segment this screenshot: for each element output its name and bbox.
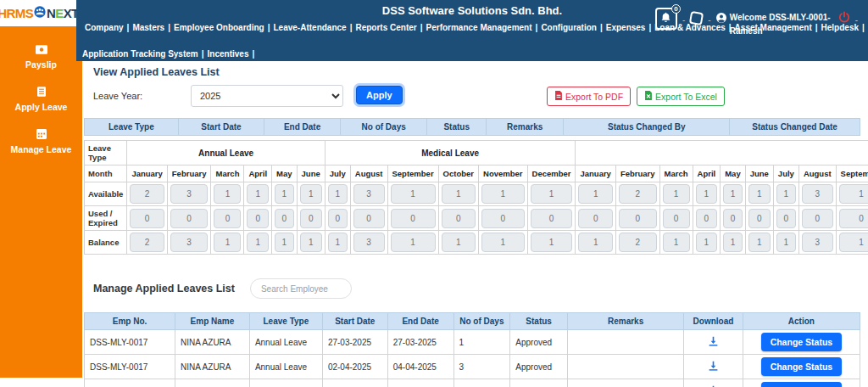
sidebar-item-apply-leave[interactable]: Apply Leave [0, 85, 82, 114]
balance-cell: 1 [693, 231, 721, 255]
balance-value: 1 [300, 184, 322, 204]
download-arrow-icon[interactable] [708, 336, 719, 349]
balance-cell: 1 [721, 231, 745, 255]
dropdown-dash: - [708, 15, 710, 25]
payslip-icon [0, 42, 82, 53]
balance-value: 1 [391, 233, 436, 252]
balance-month-cell: March [659, 165, 693, 182]
balance-group-annual-leave: Annual Leave [127, 141, 325, 165]
balance-month-cell: November [479, 165, 527, 182]
box-icon[interactable] [689, 11, 704, 25]
balance-cell: 0 [167, 206, 211, 231]
manage-header-row: Emp No.Emp NameLeave TypeStart DateEnd D… [85, 313, 860, 330]
nav-item-leave-attendance[interactable]: Leave-Attendance [274, 23, 347, 32]
balance-value: 1 [696, 184, 718, 204]
balance-row-available: Available 2 3 1 1 1 1 1 3 1 1 1 1 1 2 1 … [85, 182, 868, 206]
manage-header-end-date: End Date [387, 313, 453, 330]
balance-cell: 1 [325, 231, 350, 255]
cell-download [684, 379, 743, 387]
balance-month-cell: October [438, 165, 478, 182]
cell-action: Change Status [743, 330, 860, 355]
notifications-button[interactable]: 0 [655, 8, 677, 30]
leave-year-select[interactable]: 2025 [191, 85, 343, 107]
cell-start-date: 27-03-2025 [322, 330, 387, 355]
manage-header-action: Action [743, 313, 860, 330]
dropdown-dash: - [682, 15, 685, 25]
balance-cell: 0 [659, 206, 693, 231]
balance-cell: 1 [297, 231, 325, 255]
balance-value: 0 [578, 209, 612, 228]
manage-header-emp-no-: Emp No. [85, 313, 175, 330]
manage-title: Manage Applied Leaves List [93, 283, 235, 294]
balance-cell: 1 [438, 231, 478, 255]
balance-value: 1 [531, 233, 573, 252]
balance-cell: 0 [127, 206, 167, 231]
nav-item-incentives[interactable]: Incentives [208, 49, 249, 59]
balance-cell: 1 [693, 182, 721, 206]
sidebar-item-manage-leave[interactable]: Manage Leave [0, 127, 82, 156]
header-cell-remarks: Remarks [486, 119, 564, 136]
balance-cell: 1 [211, 182, 244, 206]
balance-cell: 3 [350, 231, 387, 255]
balance-row-label: Available [85, 182, 127, 206]
balance-month-cell: March [211, 165, 244, 182]
nav-item-company[interactable]: Company [85, 23, 124, 32]
nav-item-masters[interactable]: Masters [132, 23, 164, 32]
page-title: View Applied Leaves List [93, 66, 868, 78]
cell-emp-no: DSS-MLY-0017 [85, 379, 175, 387]
apply-button[interactable]: Apply [356, 86, 403, 104]
nav-separator: | [536, 23, 538, 32]
download-arrow-icon[interactable] [708, 361, 719, 373]
nav-item-reports-center[interactable]: Reports Center [355, 23, 416, 32]
sidebar-item-label: Apply Leave [15, 102, 68, 112]
balance-value: 1 [481, 184, 524, 204]
change-status-button[interactable]: Change Status [761, 382, 843, 387]
export-pdf-button[interactable]: Export To PDF [547, 87, 631, 106]
nav-separator: | [202, 49, 204, 59]
profile-menu[interactable]: Welcome DSS-MLY-0001-Ramesh [716, 11, 833, 37]
balance-cell: 0 [527, 206, 576, 231]
balance-cell: 1 [576, 182, 615, 206]
balance-cell: 3 [167, 231, 211, 255]
top-header: DSS Software Solutions Sdn. Bhd. Company… [76, 0, 868, 61]
balance-cell: 2 [615, 182, 659, 206]
balance-value: 0 [170, 209, 209, 228]
balance-cell: 0 [211, 206, 244, 231]
change-status-button[interactable]: Change Status [761, 333, 843, 351]
search-employee-input[interactable] [250, 278, 352, 299]
nav-separator: | [252, 49, 254, 59]
cell-end-date: 27-03-2025 [387, 330, 453, 355]
balance-value: 0 [328, 209, 348, 228]
sidebar-item-payslip[interactable]: Payslip [0, 42, 82, 71]
balance-value: 0 [696, 209, 718, 228]
manage-header-download: Download [684, 313, 743, 330]
nav-item-expenses[interactable]: Expenses [606, 23, 646, 32]
cell-status: Approved [510, 379, 568, 387]
nav-item-employee-onboarding[interactable]: Employee Onboarding [174, 23, 264, 32]
export-excel-button[interactable]: Export To Excel [637, 87, 725, 106]
nav-item-configuration[interactable]: Configuration [541, 23, 597, 32]
balance-value: 1 [442, 233, 476, 252]
balance-value: 1 [839, 184, 868, 204]
cell-download [684, 355, 743, 379]
applied-leaves-header-table: Leave TypeStart DateEnd DateNo of DaysSt… [84, 118, 860, 136]
balance-group-medical-leave: Medical Leave [325, 141, 576, 165]
balance-cell: 1 [745, 182, 773, 206]
balance-cell: 1 [387, 231, 438, 255]
manage-header: Manage Applied Leaves List [93, 278, 868, 299]
nav-item-performance-management[interactable]: Performance Management [426, 23, 532, 32]
person-icon [716, 11, 726, 37]
cell-download [684, 330, 743, 355]
balance-value: 1 [748, 233, 771, 252]
nav-item-application-tracking-system[interactable]: Application Tracking System [82, 49, 198, 59]
header-cell-end-date: End Date [264, 119, 341, 136]
balance-value: 0 [748, 209, 771, 228]
leave-year-label: Leave Year: [93, 91, 142, 101]
balance-value: 0 [481, 209, 524, 228]
header-cell-no-of-days: No of Days [340, 119, 426, 136]
balance-value: 2 [619, 233, 657, 252]
balance-cell: 0 [244, 206, 272, 231]
cell-emp-no: DSS-MLY-0017 [85, 330, 175, 355]
change-status-button[interactable]: Change Status [761, 357, 843, 376]
power-icon[interactable] [838, 11, 850, 26]
